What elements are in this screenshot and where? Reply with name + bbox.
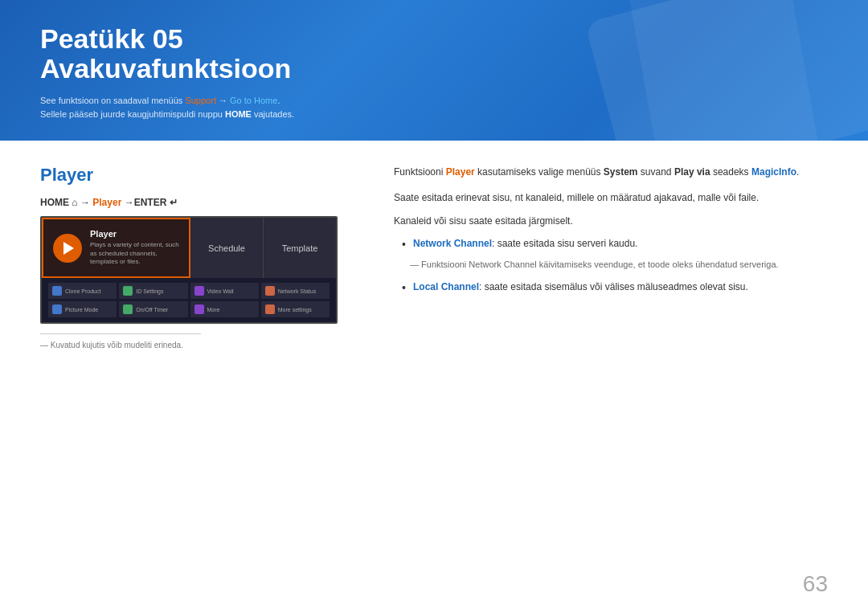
local-channel-term: Local Channel (413, 281, 479, 292)
ui-mockup: Player Plays a variety of content, such … (40, 216, 338, 324)
chapter-title: Avakuvafunktsioon (40, 54, 828, 84)
body-text-line3: Kanaleid või sisu saate esitada järgmise… (394, 213, 828, 229)
left-column: Player HOME ⌂ → Player →ENTER ↵ Player P… (40, 165, 362, 349)
mockup-bottom-grid: Clone Product ID Settings Video Wall Net… (42, 278, 336, 322)
clone-product-icon (52, 286, 62, 296)
mockup-player-label: Player (90, 229, 179, 239)
onoff-timer-icon (123, 304, 133, 314)
main-content: Player HOME ⌂ → Player →ENTER ↵ Player P… (0, 141, 868, 366)
grid-label-moresettings: More settings (278, 307, 312, 313)
grid-item-onoff-timer: On/Off Timer (119, 301, 187, 317)
play-icon-circle (53, 234, 82, 263)
page-number: 63 (803, 571, 828, 597)
mockup-player-text: Player Plays a variety of content, such … (90, 229, 179, 266)
mockup-top-bar: Player Plays a variety of content, such … (42, 218, 336, 278)
mockup-schedule-item: Schedule (190, 218, 264, 278)
grid-label-videowall: Video Wall (207, 288, 234, 294)
local-channel-text: : saate esitada sisemälus või välises mä… (479, 281, 748, 292)
nav-home-icon: ⌂ (72, 197, 77, 208)
bullet-list: Network Channel: saate esitada sisu serv… (402, 235, 828, 251)
mockup-caption: — Kuvatud kujutis võib mudeliti erineda. (40, 341, 362, 349)
more-settings-icon (265, 304, 275, 314)
section-title: Player (40, 165, 362, 186)
mockup-player-desc: Plays a variety of content, such as sche… (90, 241, 179, 266)
grid-label-networkstatus: Network Status (278, 288, 316, 294)
picture-mode-icon (52, 304, 62, 314)
intro-note: Funktsiooni Player kasutamiseks valige m… (394, 165, 828, 180)
bullet-local-channel: Local Channel: saate esitada sisemälus v… (402, 279, 828, 295)
grid-label-more: More (207, 307, 220, 313)
grid-label-picturemode: Picture Mode (65, 307, 98, 313)
grid-item-id-settings: ID Settings (119, 283, 187, 299)
grid-label-clone: Clone Product (65, 288, 100, 294)
nav-path: HOME ⌂ → Player →ENTER ↵ (40, 197, 362, 208)
network-channel-term: Network Channel (413, 238, 492, 249)
grid-label-id: ID Settings (136, 288, 163, 294)
right-column: Funktsiooni Player kasutamiseks valige m… (394, 165, 828, 349)
network-status-icon (265, 286, 275, 296)
mockup-player-item: Player Plays a variety of content, such … (42, 218, 190, 278)
sub-note-network: Funktsiooni Network Channel käivitamisek… (394, 258, 828, 272)
mockup-template-item: Template (264, 218, 336, 278)
subtitle-line1: See funktsioon on saadaval menüüs Suppor… (40, 94, 828, 108)
nav-player-label: Player (92, 197, 121, 208)
bullet-list-local: Local Channel: saate esitada sisemälus v… (402, 279, 828, 295)
more-icon (194, 304, 204, 314)
header-subtitle: See funktsioon on saadaval menüüs Suppor… (40, 94, 828, 122)
mockup-template-label: Template (282, 243, 318, 253)
grid-item-more: More (190, 301, 259, 317)
nav-enter-label: ENTER (134, 197, 170, 208)
header-banner: Peatükk 05 Avakuvafunktsioon See funktsi… (0, 0, 868, 141)
play-triangle-icon (63, 242, 74, 255)
nav-arrow1: → (78, 197, 93, 208)
nav-enter-icon: ↵ (170, 197, 178, 208)
grid-item-more-settings: More settings (261, 301, 330, 317)
subtitle-line2: Sellele pääseb juurde kaugjuhtimispuldi … (40, 108, 828, 122)
id-settings-icon (123, 286, 133, 296)
grid-item-clone-product: Clone Product (48, 283, 117, 299)
nav-arrow2: → (121, 197, 133, 208)
grid-item-picture-mode: Picture Mode (48, 301, 117, 317)
bullet-network-channel: Network Channel: saate esitada sisu serv… (402, 235, 828, 251)
divider-line (40, 333, 201, 334)
nav-home-label: HOME (40, 197, 72, 208)
chapter-number: Peatükk 05 (40, 24, 828, 54)
network-channel-text: : saate esitada sisu serveri kaudu. (492, 238, 637, 249)
mockup-schedule-label: Schedule (208, 243, 245, 253)
video-wall-icon (194, 286, 204, 296)
grid-item-network-status: Network Status (261, 283, 330, 299)
grid-item-video-wall: Video Wall (190, 283, 259, 299)
body-text-line2: Saate esitada erinevat sisu, nt kanaleid… (394, 190, 828, 206)
grid-label-timer: On/Off Timer (136, 307, 168, 313)
